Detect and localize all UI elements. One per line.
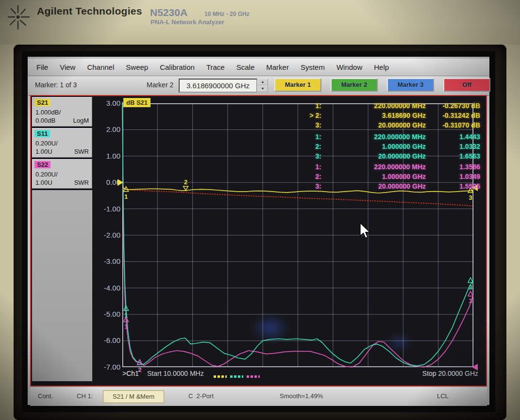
y-tick-m2: -2.00 [93,231,120,239]
y-tick-m5: -5.00 [93,310,120,318]
s21-format: LogM [73,117,89,124]
readout-row: 1:220.000000 MHz1.3586 [302,163,480,173]
menu-item-file[interactable]: File [31,63,54,71]
analyzer-photo: Agilent Technologies N5230A 10 MHz - 20 … [0,0,520,420]
readout-block-s22: 1:220.000000 MHz1.3586 2:1.000000 GHz1.0… [302,163,480,192]
readout-row: 3:20.000000 GHz1.5535 [302,182,480,192]
menu-bar: File View Channel Sweep Calibration Trac… [28,59,489,76]
correction-status: C 2-Port [188,392,214,400]
marker-S11-3[interactable]: 3 [468,277,473,291]
y-tick-0: 0.00 [93,178,120,186]
svg-text:1: 1 [124,312,128,319]
top-bezel: Agilent Technologies N5230A 10 MHz - 20 … [0,0,520,45]
start-frequency-label: Start 10.0000 MHz [147,370,204,377]
svg-text:1: 1 [124,193,128,200]
legend-dash-s21 [214,375,227,378]
readout-row: 1:220.000000 MHz1.4443 [302,133,480,143]
s21-trace-chip[interactable]: S21 [34,99,50,106]
sidebar-blank-panel [32,190,92,381]
channel-label: >Ch1 [122,370,139,377]
menu-item-sweep[interactable]: Sweep [120,63,154,71]
y-tick-1: 1.00 [93,152,120,160]
y-tick-m4: -4.00 [93,284,120,292]
svg-text:3: 3 [469,194,472,201]
agilent-spark-logo [4,2,32,32]
s22-format: SWR [74,179,89,186]
marker2-frequency-input[interactable]: 3.6186900000 GHz [179,79,257,93]
menu-item-scale[interactable]: Scale [231,63,261,71]
channel-window: S21 1.000dB/ 0.00dB LogM S11 0.200U/ 1.0… [30,95,487,387]
svg-text:3: 3 [469,284,472,291]
s21-scale: 1.000dB/ [35,109,61,116]
marker3-button[interactable]: Marker 3 [387,78,434,92]
sweep-status: Cont. [38,392,53,400]
readout-block-s11: 1:220.000000 MHz1.4443 2:1.000000 GHz1.0… [302,133,480,162]
spinner-down-button[interactable]: ▼ [257,85,268,92]
menu-item-calibration[interactable]: Calibration [154,63,201,71]
marker2-button[interactable]: Marker 2 [331,78,378,92]
legend-dash-s22 [247,375,260,378]
s11-scale: 0.200U/ [35,140,58,147]
status-bar: Cont. CH 1: S21 / M &Mem C 2-Port Smooth… [30,388,487,406]
menu-item-view[interactable]: View [54,63,81,71]
trace-status-s22[interactable]: S22 0.200U/ 1.00U SWR [32,159,92,189]
mouse-cursor [360,223,371,239]
marker-toolbar: Marker: 1 of 3 Marker 2 3.6186900000 GHz… [28,76,489,96]
trace-status-s21[interactable]: S21 1.000dB/ 0.00dB LogM [32,97,92,127]
y-tick-m1: -1.00 [93,205,120,213]
svg-text:3: 3 [469,297,472,305]
lcl-status: LCL [437,392,449,400]
trace-unit-chip: dB S21 [123,98,151,107]
smoothing-status: Smooth=1.49% [280,392,323,400]
legend-dash-s11 [230,375,243,378]
spinner-up-button[interactable]: ▲ [257,79,268,85]
marker-off-button[interactable]: Off [443,78,490,92]
menu-item-window[interactable]: Window [331,63,368,71]
marker2-spinner: ▲ ▼ [257,79,268,93]
readout-row: 3:20.000000 GHz1.6563 [302,152,480,162]
s21-ref: 0.00dB [35,117,55,124]
marker2-field-label: Marker 2 [147,81,173,89]
readout-row: 1:220.000000 MHz-0.26730 dB [302,102,480,112]
svg-text:1: 1 [124,323,128,330]
s22-trace-chip[interactable]: S22 [34,161,50,168]
frequency-range-label: 10 MHz - 20 GHz [204,11,250,17]
trace-status-s11[interactable]: S11 0.200U/ 1.00U SWR [32,128,92,158]
s22-scale: 0.200U/ [35,171,58,178]
readout-row: 3:20.000000 GHz-0.31070 dB [302,121,480,131]
s11-trace-chip[interactable]: S11 [34,130,50,137]
readout-row: 2:1.000000 GHz1.0349 [302,173,480,182]
marker1-button[interactable]: Marker 1 [274,78,321,92]
readout-row: > 2:3.618690 GHz-0.31242 dB [302,112,480,121]
menu-item-marker[interactable]: Marker [260,63,295,71]
svg-text:2: 2 [184,178,187,186]
menu-item-trace[interactable]: Trace [201,63,231,71]
model-number: N5230A [150,7,187,18]
stop-frequency-label: Stop 20.0000 GHz [365,370,478,377]
menu-item-help[interactable]: Help [368,63,395,71]
s11-ref: 1.00U [35,148,52,155]
brand-text: Agilent Technologies [37,5,142,17]
menu-item-system[interactable]: System [295,63,331,71]
menu-item-channel[interactable]: Channel [81,63,120,71]
y-tick-m7: -7.00 [93,363,120,371]
y-tick-m3: -3.00 [93,257,120,265]
y-tick-m6: -6.00 [93,336,120,344]
readout-block-s21: 1:220.000000 MHz-0.26730 dB > 2:3.618690… [302,102,480,131]
marker-status-label: Marker: 1 of 3 [35,81,77,89]
product-line-label: PNA-L Network Analyzer [151,18,224,26]
measurement-box[interactable]: S21 / M &Mem [103,390,164,403]
marker-S21-2[interactable]: 2 [184,178,188,190]
s11-format: SWR [74,148,89,155]
y-tick-3: 3.00 [93,99,120,107]
readout-row: 2:1.000000 GHz1.0332 [302,143,480,152]
marker-S22-3[interactable]: 3 [468,291,473,305]
channel-status: CH 1: [77,392,93,400]
y-tick-2: 2.00 [93,125,120,133]
s22-ref: 1.00U [35,179,52,186]
